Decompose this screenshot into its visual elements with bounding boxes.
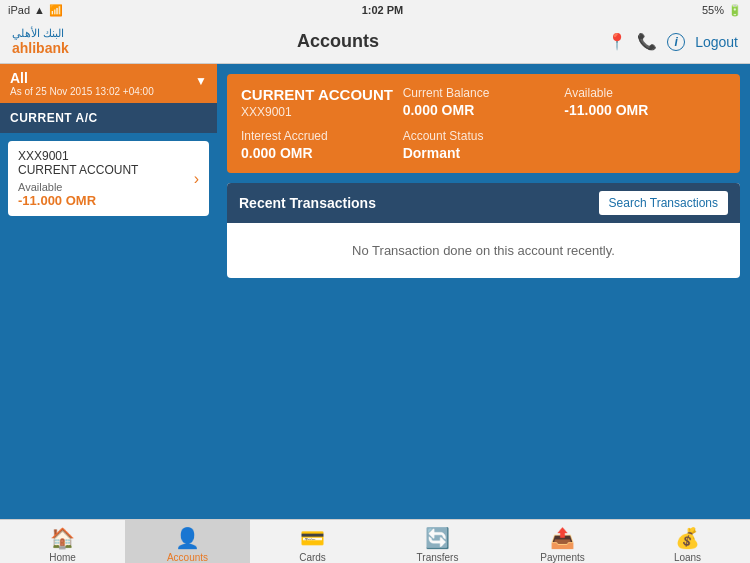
tab-home[interactable]: 🏠 Home: [0, 520, 125, 563]
sidebar-section-header: CURRENT A/C: [0, 103, 217, 133]
home-icon: 🏠: [50, 526, 75, 550]
tab-bar: 🏠 Home 👤 Accounts 💳 Cards 🔄 Transfers 📤 …: [0, 519, 750, 563]
right-panel: CURRENT ACCOUNT XXX9001 Current Balance …: [217, 64, 750, 519]
account-name-section: CURRENT ACCOUNT XXX9001: [241, 86, 403, 119]
tab-accounts-label: Accounts: [167, 552, 208, 563]
account-name: CURRENT ACCOUNT: [241, 86, 403, 103]
location-icon[interactable]: 📍: [607, 32, 627, 51]
payments-icon: 📤: [550, 526, 575, 550]
account-number: XXX9001: [18, 149, 194, 163]
device-label: iPad: [8, 4, 30, 16]
accounts-icon: 👤: [175, 526, 200, 550]
account-dropdown[interactable]: All As of 25 Nov 2015 13:02 +04:00 ▼: [0, 64, 217, 103]
tab-home-label: Home: [49, 552, 76, 563]
sidebar: All As of 25 Nov 2015 13:02 +04:00 ▼ CUR…: [0, 64, 217, 519]
account-balance: -11.000 OMR: [18, 193, 194, 208]
phone-icon[interactable]: 📞: [637, 32, 657, 51]
tab-cards[interactable]: 💳 Cards: [250, 520, 375, 563]
available-balance-label: Available: [564, 86, 726, 100]
spacer-section: [564, 129, 726, 161]
chevron-right-icon: ›: [194, 170, 199, 188]
logo-arabic: البنك الأهليahlibank: [12, 27, 69, 57]
interest-label: Interest Accrued: [241, 129, 403, 143]
loans-icon: 💰: [675, 526, 700, 550]
status-right: 55% 🔋: [702, 4, 742, 17]
available-balance-value: -11.000 OMR: [564, 102, 726, 118]
account-summary-card: CURRENT ACCOUNT XXX9001 Current Balance …: [227, 74, 740, 173]
status-time: 1:02 PM: [362, 4, 404, 16]
signal-icon: ▲: [34, 4, 45, 16]
logout-button[interactable]: Logout: [695, 34, 738, 50]
main-content: All As of 25 Nov 2015 13:02 +04:00 ▼ CUR…: [0, 64, 750, 519]
account-status-label: Account Status: [403, 129, 565, 143]
transactions-section: Recent Transactions Search Transactions …: [227, 183, 740, 278]
tab-loans-label: Loans: [674, 552, 701, 563]
wifi-icon: 📶: [49, 4, 63, 17]
status-left: iPad ▲ 📶: [8, 4, 63, 17]
account-summary-top: CURRENT ACCOUNT XXX9001 Current Balance …: [241, 86, 726, 119]
dropdown-date: As of 25 Nov 2015 13:02 +04:00: [10, 86, 154, 97]
current-balance-value: 0.000 OMR: [403, 102, 565, 118]
current-balance-label: Current Balance: [403, 86, 565, 100]
tab-payments[interactable]: 📤 Payments: [500, 520, 625, 563]
tab-transfers[interactable]: 🔄 Transfers: [375, 520, 500, 563]
battery-icon: 🔋: [728, 4, 742, 17]
tab-cards-label: Cards: [299, 552, 326, 563]
page-title: Accounts: [297, 31, 379, 52]
info-icon[interactable]: i: [667, 33, 685, 51]
chevron-down-icon: ▼: [195, 74, 207, 88]
cards-icon: 💳: [300, 526, 325, 550]
transactions-header: Recent Transactions Search Transactions: [227, 183, 740, 223]
account-summary-bottom: Interest Accrued 0.000 OMR Account Statu…: [241, 129, 726, 161]
account-info: XXX9001 CURRENT ACCOUNT Available -11.00…: [18, 149, 194, 208]
available-section: Available -11.000 OMR: [564, 86, 726, 119]
logo-text: ahlibank: [12, 40, 69, 56]
account-number-display: XXX9001: [241, 105, 403, 119]
transactions-empty-message: No Transaction done on this account rece…: [227, 223, 740, 278]
logo: البنك الأهليahlibank: [12, 27, 69, 57]
tab-payments-label: Payments: [540, 552, 584, 563]
battery-label: 55%: [702, 4, 724, 16]
interest-section: Interest Accrued 0.000 OMR: [241, 129, 403, 161]
tab-loans[interactable]: 💰 Loans: [625, 520, 750, 563]
dropdown-text: All As of 25 Nov 2015 13:02 +04:00: [10, 70, 154, 97]
transfers-icon: 🔄: [425, 526, 450, 550]
transactions-title: Recent Transactions: [239, 195, 376, 211]
available-label: Available: [18, 181, 194, 193]
interest-value: 0.000 OMR: [241, 145, 403, 161]
current-balance-section: Current Balance 0.000 OMR: [403, 86, 565, 119]
dropdown-all-label: All: [10, 70, 154, 86]
nav-actions: 📍 📞 i Logout: [607, 32, 738, 51]
account-status-section: Account Status Dormant: [403, 129, 565, 161]
search-transactions-button[interactable]: Search Transactions: [599, 191, 728, 215]
tab-accounts[interactable]: 👤 Accounts: [125, 520, 250, 563]
tab-transfers-label: Transfers: [417, 552, 459, 563]
account-type: CURRENT ACCOUNT: [18, 163, 194, 177]
nav-bar: البنك الأهليahlibank Accounts 📍 📞 i Logo…: [0, 20, 750, 64]
status-bar: iPad ▲ 📶 1:02 PM 55% 🔋: [0, 0, 750, 20]
account-list-item[interactable]: XXX9001 CURRENT ACCOUNT Available -11.00…: [8, 141, 209, 216]
account-status-value: Dormant: [403, 145, 565, 161]
